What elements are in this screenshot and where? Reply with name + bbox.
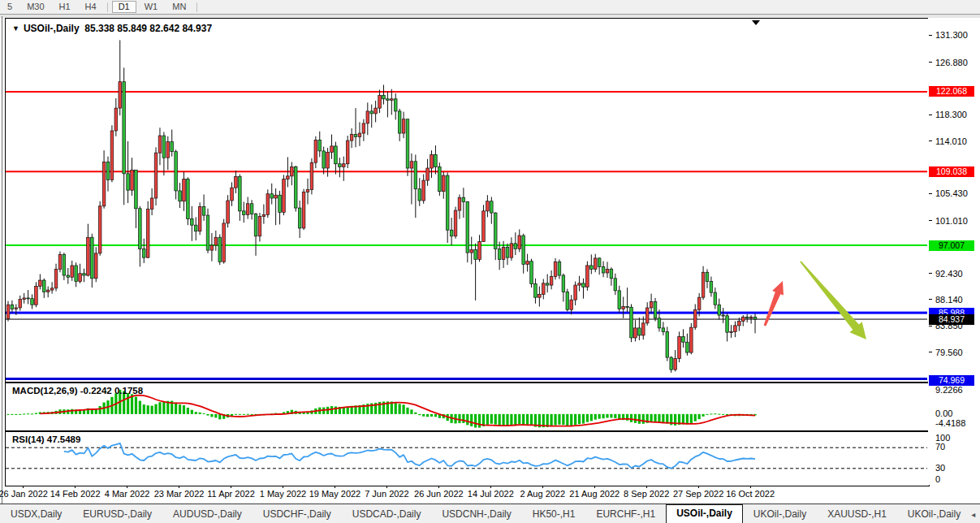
- chart-tab-usoil-daily[interactable]: USOil-,Daily: [666, 504, 743, 523]
- price-tick-label: 92.430: [935, 269, 963, 279]
- toolbar-separator: [107, 2, 108, 12]
- date-label: 16 Oct 2022: [726, 489, 775, 499]
- rsi-axis-label: 70: [935, 442, 945, 452]
- chart-tab-usdcad-daily[interactable]: USDCAD-,Daily: [342, 506, 432, 522]
- date-label: 26 Jun 2022: [414, 489, 464, 499]
- chart-tab-usdchf-daily[interactable]: USDCHF-,Daily: [253, 506, 342, 522]
- green-down-arrow[interactable]: [800, 261, 866, 339]
- date-tick: [127, 486, 127, 488]
- level-line-122.068[interactable]: [6, 91, 927, 93]
- date-tick: [179, 486, 179, 488]
- chart-tab-eurusd-daily[interactable]: EURUSD-,Daily: [72, 506, 162, 522]
- macd-axis-label: 0.00: [935, 408, 952, 418]
- symbol-dropdown-icon: ▼: [12, 24, 19, 32]
- timeframe-toolbar: 5M30H1H4D1W1MN: [0, 0, 980, 15]
- price-level-badge-109.038: 109.038: [929, 166, 974, 177]
- price-level-badge-122.068: 122.068: [929, 86, 974, 97]
- chart-tab-audusd-daily[interactable]: AUDUSD-,Daily: [162, 506, 253, 522]
- rsi-line: [64, 443, 755, 469]
- price-tick-label: 79.560: [935, 348, 963, 357]
- macd-label: MACD(12,26,9) -0.2242 0.1758: [12, 386, 143, 395]
- price-tick: [929, 220, 932, 221]
- price-tick: [929, 115, 932, 115]
- date-label: 7 Jun 2022: [365, 489, 408, 499]
- macd-axis-label: -4.4188: [935, 418, 965, 428]
- date-label: 14 Jul 2022: [468, 489, 514, 499]
- date-label: 4 Mar 2022: [105, 489, 150, 499]
- date-label: 14 Feb 2022: [50, 489, 101, 499]
- price-tick-label: 114.010: [935, 136, 967, 146]
- price-tick: [929, 273, 932, 274]
- chart-ohlc-values: 85.338 85.849 82.642 84.937: [84, 23, 212, 34]
- chart-symbol-label: USOil-,Daily: [24, 23, 80, 34]
- chart-tab-xauusd-h1[interactable]: XAUUSD-,H1: [817, 506, 897, 522]
- timeframe-button-d1[interactable]: D1: [112, 1, 136, 13]
- chart-tab-ukoil-daily[interactable]: UKOil-,Daily: [897, 506, 971, 522]
- macd-signal-value: 0.1758: [114, 386, 143, 395]
- date-label: 8 Sep 2022: [624, 489, 669, 499]
- price-tick-label: 101.010: [935, 216, 968, 226]
- price-tick-label: 105.430: [935, 188, 968, 198]
- date-tick: [75, 486, 76, 488]
- price-tick: [929, 35, 932, 36]
- timeframe-button-h1[interactable]: H1: [53, 1, 77, 13]
- rsi-canvas: [6, 432, 927, 484]
- candlestick-chart-canvas[interactable]: [6, 19, 927, 380]
- timeframe-button-mn[interactable]: MN: [166, 1, 192, 13]
- price-tick-label: 131.300: [935, 30, 968, 40]
- date-tick: [698, 486, 699, 488]
- timeframe-button-h4[interactable]: H4: [79, 1, 103, 13]
- rsi-indicator-panel[interactable]: RSI(14) 47.5489: [5, 431, 930, 486]
- window-left-edge: [2, 16, 2, 504]
- level-line-74.969[interactable]: [6, 378, 927, 380]
- macd-indicator-panel[interactable]: MACD(12,26,9) -0.2242 0.1758: [5, 383, 930, 431]
- date-label: 11 Apr 2022: [207, 489, 255, 499]
- level-line-109.038[interactable]: [6, 171, 927, 172]
- rsi-value: 47.5489: [47, 434, 81, 444]
- date-tick: [490, 486, 491, 488]
- timeframe-button-w1[interactable]: W1: [138, 1, 165, 13]
- price-tick-label: 118.300: [935, 110, 967, 119]
- date-tick: [750, 486, 751, 488]
- date-tick: [231, 486, 231, 488]
- macd-main-value: -0.2242: [80, 386, 112, 395]
- date-label: 21 Aug 2022: [569, 489, 620, 499]
- date-tick: [386, 486, 387, 488]
- chart-tab-usdx-daily[interactable]: USDX,Daily: [0, 506, 72, 522]
- tab-scroll-left-icon[interactable]: ◂: [971, 510, 975, 519]
- date-label: 27 Sep 2022: [673, 489, 723, 499]
- price-level-badge-97.007: 97.007: [929, 240, 974, 251]
- date-label: 1 May 2022: [260, 489, 306, 499]
- level-line-84.937[interactable]: [6, 319, 927, 320]
- rsi-label: RSI(14) 47.5489: [12, 434, 80, 444]
- level-line-85.988[interactable]: [6, 312, 927, 314]
- chart-tab-ukoil-daily[interactable]: UKOil-,Daily: [743, 506, 817, 522]
- date-tick: [335, 486, 335, 488]
- price-tick: [929, 326, 932, 326]
- chart-title: ▼USOil-,Daily 85.338 85.849 82.642 84.93…: [12, 23, 212, 34]
- chart-tab-hk50-h1[interactable]: HK50-,H1: [522, 506, 586, 522]
- price-tick: [929, 140, 932, 141]
- chart-tab-usdcnh-daily[interactable]: USDCNH-,Daily: [431, 506, 521, 522]
- price-level-badge-74.969: 74.969: [929, 375, 974, 386]
- date-label: 19 May 2022: [309, 489, 361, 499]
- date-tick: [23, 486, 24, 488]
- rsi-axis-label: 0: [935, 474, 940, 484]
- price-tick: [929, 193, 932, 194]
- date-tick: [594, 486, 595, 488]
- timeframe-button-5[interactable]: 5: [1, 1, 19, 13]
- date-tick: [542, 486, 543, 488]
- rsi-axis-label: 100: [935, 433, 950, 443]
- mt4-window: 5M30H1H4D1W1MN ▼USOil-,Daily 85.338 85.8…: [0, 0, 980, 523]
- scroll-to-end-marker-icon: [752, 20, 760, 25]
- timeframe-button-m30[interactable]: M30: [20, 1, 50, 13]
- price-chart-panel[interactable]: ▼USOil-,Daily 85.338 85.849 82.642 84.93…: [5, 18, 930, 383]
- date-label: 23 Mar 2022: [154, 489, 205, 499]
- price-tick: [929, 352, 932, 352]
- chart-tab-eurchf-h1[interactable]: EURCHF-,H1: [585, 506, 666, 522]
- price-tick-label: 126.880: [935, 58, 968, 67]
- date-label: 2 Aug 2022: [520, 489, 565, 499]
- date-tick: [283, 486, 283, 488]
- price-tick: [929, 299, 932, 300]
- date-tick: [646, 486, 647, 488]
